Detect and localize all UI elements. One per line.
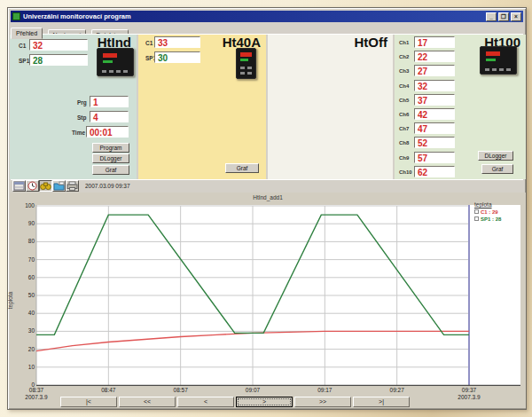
channel-label: Ch6 <box>399 112 409 117</box>
legend-entry-sp1: SP1 : 28 <box>481 216 501 222</box>
prg-label: Prg <box>77 99 87 106</box>
legend-checkbox-sp1[interactable] <box>474 216 479 221</box>
chart-nav-last[interactable]: >| <box>353 397 410 407</box>
clock-icon[interactable] <box>26 180 39 192</box>
graf-button[interactable]: Graf <box>92 165 129 175</box>
panel-ht40a: Ht40A C1 33 SP1 30 Graf <box>138 35 266 179</box>
y-axis-tick: 50 <box>15 292 35 299</box>
folder-icon[interactable] <box>52 180 66 192</box>
channel-value-field[interactable]: 37 <box>414 94 455 106</box>
channel-value-field[interactable]: 57 <box>414 152 455 163</box>
channel-value-field[interactable]: 32 <box>414 80 455 91</box>
channel-value-field[interactable]: 52 <box>414 137 455 148</box>
y-axis-tick: 80 <box>15 238 35 245</box>
channel-label: Ch10 <box>399 169 412 175</box>
channel-label: Ch3 <box>399 68 409 74</box>
device-red-display <box>240 52 252 57</box>
c1-value-field[interactable]: 33 <box>154 36 200 48</box>
panel-title: HtOff <box>355 35 388 50</box>
channel-label: Ch9 <box>399 155 409 161</box>
stp-label: Stp <box>77 114 86 121</box>
controller-device-image <box>480 46 517 75</box>
legend-header: teplota <box>474 201 520 208</box>
chart-nav-bar: |<<<<>>>>| <box>10 397 526 408</box>
device-green-display <box>240 59 248 61</box>
app-icon <box>12 12 20 20</box>
channel-row: Ch537 <box>395 94 526 107</box>
device-green-display <box>103 60 113 63</box>
x-axis-tick: 08:37 <box>21 387 51 393</box>
legend-row-c1: C1 : 29 <box>474 208 520 215</box>
x-axis-tick: 09:07 <box>238 387 268 393</box>
printer-icon[interactable] <box>66 180 79 192</box>
x-axis-tick: 09:17 <box>309 387 340 393</box>
y-axis-tick: 40 <box>15 310 35 317</box>
chart-canvas <box>29 198 522 386</box>
time-label: Time <box>72 130 85 136</box>
channel-row: Ch642 <box>395 108 526 122</box>
channel-row: Ch852 <box>395 137 526 150</box>
channel-value-field[interactable]: 27 <box>414 65 455 76</box>
channel-label: Ch7 <box>399 126 409 131</box>
c1-label: C1 <box>145 40 153 46</box>
panel-htind: HtInd C1 32 SP1 28 Prg 1 Stp 4 Time 00:0… <box>10 35 137 179</box>
chart-nav-fast-back[interactable]: << <box>119 397 176 407</box>
controller-device-image <box>97 48 134 76</box>
channel-label: Ch8 <box>399 140 409 146</box>
dlogger-button[interactable]: DLogger <box>92 153 129 163</box>
legend-entry-c1: C1 : 29 <box>481 209 498 215</box>
x-axis-tick: 09:37 <box>454 387 484 393</box>
tab-prehled[interactable]: Přehled <box>11 28 43 39</box>
channel-value-field[interactable]: 42 <box>414 108 455 120</box>
minimize-button[interactable]: _ <box>486 12 497 21</box>
channel-value-field[interactable]: 22 <box>414 51 455 62</box>
channel-value-field[interactable]: 47 <box>414 122 455 134</box>
sp1-value-field[interactable]: 30 <box>154 51 200 63</box>
channel-label: Ch5 <box>399 98 409 103</box>
channel-row: Ch747 <box>395 122 526 136</box>
maximize-button[interactable]: ❐ <box>498 12 509 21</box>
channel-value-field[interactable]: 17 <box>414 36 455 48</box>
chart-nav-first[interactable]: |< <box>60 397 117 407</box>
graf-button[interactable]: Graf <box>225 163 259 173</box>
toolbar-datetime: 2007.03.09 09:37 <box>85 183 130 189</box>
close-button[interactable]: × <box>511 12 521 21</box>
stp-value-field[interactable]: 4 <box>90 111 129 122</box>
chart-legend: teplota C1 : 29 SP1 : 28 <box>474 201 520 222</box>
controller-device-image <box>236 48 256 79</box>
channel-row: Ch432 <box>395 80 526 93</box>
sp1-value-field[interactable]: 28 <box>29 54 88 66</box>
y-axis-tick: 100 <box>15 202 35 209</box>
y-axis-tick: 10 <box>15 364 35 371</box>
channel-label: Ch1 <box>399 40 409 45</box>
panel-htoff: HtOff <box>268 35 393 179</box>
chart-nav-fast-forward[interactable]: >> <box>294 397 351 407</box>
graf-button[interactable]: Graf <box>481 164 513 174</box>
time-value-field[interactable]: 00:01 <box>86 126 129 138</box>
channel-label: Ch4 <box>399 83 409 89</box>
chart-nav-forward[interactable]: > <box>236 397 293 407</box>
title-bar[interactable]: Univerzální monitorovací program _ ❐ × <box>11 11 523 22</box>
toolbar: 2007.03.09 09:37 <box>11 179 523 192</box>
device-red-display <box>103 53 117 58</box>
sp1-label: SP1 <box>19 58 29 64</box>
window-view-icon[interactable] <box>12 180 26 192</box>
panel-ht100: Ht100 Ch117Ch222Ch327Ch432Ch537Ch642Ch74… <box>395 35 526 179</box>
app-window: Univerzální monitorovací program _ ❐ × P… <box>7 7 527 410</box>
chart-nav-back[interactable]: < <box>177 397 234 407</box>
program-button[interactable]: Program <box>92 143 129 153</box>
binoculars-icon[interactable] <box>39 180 52 192</box>
window-title: Univerzální monitorovací program <box>23 12 484 20</box>
device-green-display <box>486 59 496 61</box>
channel-value-field[interactable]: 62 <box>414 166 455 177</box>
c1-value-field[interactable]: 32 <box>29 39 88 51</box>
legend-checkbox-c1[interactable] <box>474 209 479 214</box>
y-axis-tick: 30 <box>15 327 35 334</box>
y-axis-tick: 60 <box>15 274 35 281</box>
x-axis-tick: 09:27 <box>382 387 412 393</box>
x-axis-tick: 08:57 <box>166 387 196 393</box>
x-axis-tick: 08:47 <box>93 387 123 393</box>
chart-section: HtInd_add1 teplota 010203040506070809010… <box>10 193 526 408</box>
dlogger-button[interactable]: DLogger <box>478 151 513 161</box>
prg-value-field[interactable]: 1 <box>90 96 129 107</box>
